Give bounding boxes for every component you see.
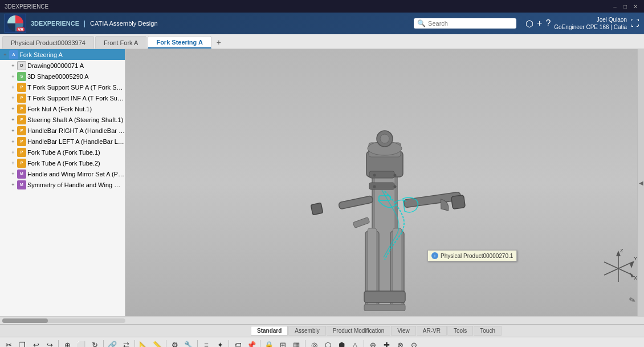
help-icon[interactable]: ?: [545, 18, 551, 29]
hex2-button[interactable]: ⬢: [335, 339, 348, 348]
cross-button[interactable]: ✚: [380, 339, 393, 348]
tree-expand-tube2[interactable]: +: [10, 160, 16, 166]
zoom-fit-button[interactable]: ⊕: [61, 339, 74, 348]
scrollbar-track[interactable]: [2, 318, 125, 323]
app-logo[interactable]: VR: [5, 14, 26, 33]
tab-add-button[interactable]: +: [213, 36, 225, 49]
tree-icon-shaft: P: [17, 115, 26, 124]
scrollbar-thumb[interactable]: [2, 318, 48, 323]
tree-item-mirror2[interactable]: +MSymmetry of Handle and Wing Mirror Set…: [0, 179, 125, 190]
mode-tab-product_mod[interactable]: Product Modification: [327, 326, 391, 336]
appbar: VR 3DEXPERIENCE | CATIA Assembly Design …: [0, 13, 644, 34]
mode-tab-tools[interactable]: Tools: [447, 326, 473, 336]
swap-button[interactable]: ⇄: [120, 339, 132, 348]
tree-icon-mirror2: M: [17, 180, 26, 189]
search-icon: 🔍: [417, 19, 426, 27]
tag-button[interactable]: 🏷: [231, 339, 244, 348]
tree-label-sup: T Fork Support SUP A (T Fork Support SUP…: [27, 84, 125, 91]
tree-item-drawing[interactable]: +DDrawing00000071 A: [0, 60, 125, 71]
tree-expand-tube1[interactable]: +: [10, 150, 16, 155]
mode-tab-ar_vr[interactable]: AR-VR: [417, 326, 447, 336]
tree-expand-drawing[interactable]: +: [10, 63, 16, 68]
sep2: [103, 340, 104, 348]
scrollbar-area[interactable]: [0, 316, 644, 324]
settings-button[interactable]: ⚙: [169, 339, 181, 348]
maximize-button[interactable]: □: [621, 2, 629, 10]
wrench-button[interactable]: 🔧: [182, 339, 195, 348]
user-info[interactable]: Joel Quiaon GoEngineer CPE 166 | Catia: [554, 16, 627, 31]
tree-item-shaft[interactable]: +PSteering Shaft A (Steering Shaft.1): [0, 114, 125, 125]
compass-svg: Z Y X: [598, 248, 638, 288]
add-icon[interactable]: +: [537, 18, 542, 29]
share-icon[interactable]: ⬡: [525, 18, 533, 29]
view-button[interactable]: ⬜: [75, 339, 87, 348]
mode-tab-touch[interactable]: Touch: [474, 326, 502, 336]
rotate-button[interactable]: ↻: [88, 339, 101, 348]
mode-tabs: StandardAssemblyProduct ModificationView…: [0, 324, 644, 337]
tree-expand-sup[interactable]: +: [10, 84, 16, 90]
tri-button[interactable]: △: [349, 339, 361, 348]
mode-tab-standard[interactable]: Standard: [251, 326, 288, 336]
tree-item-nut[interactable]: +PFork Nut A (Fork Nut.1): [0, 103, 125, 114]
svg-point-22: [394, 174, 397, 177]
titlebar-left: 3DEXPERIENCE: [5, 3, 48, 10]
tree-item-shape[interactable]: +S3D Shape00005290 A: [0, 71, 125, 82]
search-input[interactable]: [428, 20, 513, 27]
tree-expand-hbar_r[interactable]: +: [10, 128, 16, 134]
minimize-button[interactable]: –: [611, 2, 619, 10]
tree-expand-root[interactable]: +: [2, 52, 8, 58]
tree-item-sup[interactable]: +PT Fork Support SUP A (T Fork Support S…: [0, 82, 125, 92]
svg-rect-10: [364, 304, 405, 311]
tree-expand-hbar_l[interactable]: +: [10, 139, 16, 144]
tree-label-hbar_r: HandleBar RIGHT A (HandleBar RIGHT.1): [27, 127, 125, 134]
sep4: [166, 340, 166, 348]
tree-item-hbar_r[interactable]: +PHandleBar RIGHT A (HandleBar RIGHT.1): [0, 125, 125, 136]
tree-expand-shape[interactable]: +: [10, 74, 16, 79]
fullscreen-icon[interactable]: ⛶: [630, 18, 639, 29]
tree-expand-nut[interactable]: +: [10, 106, 16, 112]
ruler-button[interactable]: 📏: [151, 339, 164, 348]
tab-tab1[interactable]: Physical Product00033974: [2, 36, 94, 49]
copy-button[interactable]: ❐: [16, 339, 28, 348]
target-button[interactable]: ◎: [308, 339, 320, 348]
undo-button[interactable]: ↩: [30, 339, 42, 348]
circle-dot-button[interactable]: ⊙: [407, 339, 420, 348]
search-bar[interactable]: 🔍: [414, 18, 516, 29]
tree-expand-inf[interactable]: +: [10, 95, 16, 101]
tree-item-root[interactable]: +AFork Steering A: [0, 49, 125, 60]
tree-item-tube2[interactable]: +PFork Tube A (Fork Tube.2): [0, 158, 125, 168]
tree-expand-mirror2[interactable]: +: [10, 182, 16, 188]
tab-tab3[interactable]: Fork Steering A: [148, 36, 211, 49]
list-button[interactable]: ≡: [200, 339, 213, 348]
tree-item-tube1[interactable]: +PFork Tube A (Fork Tube.1): [0, 147, 125, 158]
view2-button[interactable]: ▦: [290, 339, 303, 348]
redo-button[interactable]: ↪: [43, 339, 56, 348]
cut-button[interactable]: ✂: [2, 339, 15, 348]
tree-item-hbar_l[interactable]: +PHandleBar LEFT A (HandleBar LEFT.1): [0, 136, 125, 147]
lock-button[interactable]: 🔒: [263, 339, 275, 348]
viewport[interactable]: i Physical Product00000270.1 Z Y X ◀: [125, 49, 644, 316]
tree-label-drawing: Drawing00000071 A: [27, 62, 84, 69]
titlebar: 3DEXPERIENCE – □ ✕: [0, 0, 644, 13]
sidebar-scrollbar[interactable]: [1, 318, 127, 323]
mode-tab-assembly[interactable]: Assembly: [288, 326, 325, 336]
svg-rect-16: [369, 183, 394, 189]
tree-expand-mirror1[interactable]: +: [10, 171, 16, 177]
mode-tab-view[interactable]: View: [391, 326, 416, 336]
tree-item-mirror1[interactable]: +MHandle and Wing Mirror Set A (Physical…: [0, 168, 125, 179]
plus-button[interactable]: ⊕: [366, 339, 379, 348]
measure-button[interactable]: 📐: [137, 339, 150, 348]
tree-expand-shaft[interactable]: +: [10, 117, 16, 123]
tab-tab2[interactable]: Front Fork A: [95, 36, 147, 49]
tree-label-mirror2: Symmetry of Handle and Wing Mirror Set A…: [27, 181, 125, 188]
tree-label-shape: 3D Shape00005290 A: [27, 73, 89, 80]
grid-button[interactable]: ⊞: [276, 339, 289, 348]
right-panel-handle[interactable]: ◀: [637, 49, 644, 316]
star-button[interactable]: ✦: [214, 339, 226, 348]
pin-button[interactable]: 📌: [245, 339, 258, 348]
circle-cross-button[interactable]: ⊗: [394, 339, 406, 348]
link-button[interactable]: 🔗: [106, 339, 119, 348]
hex-button[interactable]: ⬡: [321, 339, 334, 348]
close-button[interactable]: ✕: [631, 2, 639, 10]
tree-item-inf[interactable]: +PT Fork Support INF A (T Fork Support I…: [0, 92, 125, 103]
